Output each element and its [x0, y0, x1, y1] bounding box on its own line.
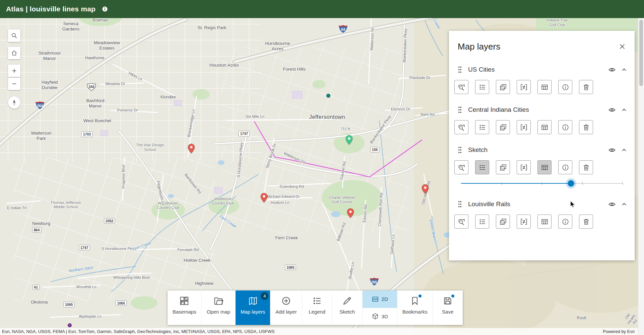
search-button[interactable]	[8, 29, 20, 42]
toolbar-item-legend[interactable]: Legend	[302, 290, 332, 325]
swap-button[interactable]	[517, 120, 531, 134]
blend-button[interactable]	[496, 215, 510, 229]
toolbar-item-label: Bookmarks	[402, 309, 428, 315]
layer-collapse-toggle[interactable]	[618, 198, 630, 210]
plus-icon	[11, 68, 17, 74]
toolbar-item-label: Legend	[309, 309, 325, 315]
layer-header: Sketch	[449, 141, 635, 159]
delete-button[interactable]	[579, 80, 593, 94]
toolbar-icon-wrap	[443, 296, 453, 306]
map-point-teal[interactable]	[326, 94, 330, 98]
properties-button[interactable]	[475, 120, 489, 134]
properties-button[interactable]	[475, 160, 489, 174]
info-button[interactable]	[558, 120, 572, 134]
toolbar-item-sketch[interactable]: Sketch	[332, 290, 362, 325]
zoom-to-button[interactable]	[454, 120, 468, 134]
page-scrollbar[interactable]	[638, 18, 644, 335]
toolbar-icon-wrap	[342, 296, 352, 306]
bottom-toolbar: BasemapsOpen mapMap layers4Add layerLege…	[168, 290, 463, 325]
info-button[interactable]	[558, 160, 572, 174]
blend-button[interactable]	[496, 80, 510, 94]
properties-icon	[478, 123, 486, 131]
opacity-slider[interactable]	[461, 177, 623, 190]
toolbar-item-map-layers[interactable]: Map layers4	[235, 290, 270, 325]
zoom-to-button[interactable]	[454, 215, 468, 229]
properties-button[interactable]	[475, 215, 489, 229]
layer-collapse-toggle[interactable]	[618, 64, 630, 76]
opacity-slider-handle[interactable]	[568, 180, 574, 187]
panel-header: Map layers	[449, 31, 635, 61]
layer-tools	[449, 159, 635, 176]
table-icon	[541, 164, 549, 171]
toolbar-item-label: Sketch	[339, 309, 355, 315]
swap-button[interactable]	[517, 80, 531, 94]
map-pin-red[interactable]	[422, 184, 429, 194]
blend-button[interactable]	[496, 160, 510, 174]
swap-button[interactable]	[517, 160, 531, 174]
view-mode-2d[interactable]: 2D	[363, 290, 397, 308]
table-button[interactable]	[537, 160, 552, 174]
info-button[interactable]	[558, 215, 572, 229]
toolbar-icon-wrap	[248, 296, 258, 306]
toolbar-item-bookmarks[interactable]: Bookmarks	[397, 290, 433, 325]
toolbar-item-add-layer[interactable]: Add layer	[270, 290, 302, 325]
info-icon	[562, 164, 569, 171]
table-button[interactable]	[537, 120, 552, 134]
zoom-to-button[interactable]	[454, 80, 468, 94]
info-button[interactable]	[101, 5, 109, 13]
info-icon	[562, 123, 569, 131]
map-layers-icon	[248, 296, 258, 306]
compass-icon	[11, 99, 17, 106]
app-header: Atlas | louisville lines map	[0, 0, 644, 18]
toolbar-icon-wrap	[312, 296, 322, 306]
map-point-purple[interactable]	[68, 323, 72, 327]
toolbar-item-open-map[interactable]: Open map	[201, 290, 235, 325]
delete-button[interactable]	[579, 215, 593, 229]
toolbar-item-basemaps[interactable]: Basemaps	[168, 290, 201, 325]
eye-icon	[608, 66, 616, 74]
map-pin-green[interactable]	[345, 135, 353, 145]
drag-handle[interactable]	[458, 146, 462, 154]
info-button[interactable]	[558, 80, 572, 94]
properties-button[interactable]	[475, 80, 489, 94]
delete-icon	[582, 218, 590, 226]
drag-handle[interactable]	[458, 66, 462, 73]
map-pin-red[interactable]	[260, 193, 268, 202]
toolbar-icon-wrap	[213, 296, 223, 306]
layer-visibility-toggle[interactable]	[606, 104, 618, 116]
layer-count-badge: 4	[261, 292, 268, 300]
zoom-to-button[interactable]	[454, 160, 468, 174]
layer-collapse-toggle[interactable]	[618, 144, 630, 156]
map-pin-red[interactable]	[188, 144, 195, 154]
delete-button[interactable]	[579, 120, 593, 134]
layer-collapse-toggle[interactable]	[618, 104, 630, 116]
layer-visibility-toggle[interactable]	[606, 198, 618, 210]
table-button[interactable]	[537, 215, 552, 229]
blend-button[interactable]	[496, 120, 510, 134]
zoom-out-button[interactable]	[8, 78, 20, 90]
eye-icon	[608, 146, 616, 154]
app-title: Atlas | louisville lines map	[6, 5, 95, 13]
compass-button[interactable]	[8, 96, 20, 109]
zoom-in-button[interactable]	[8, 65, 20, 77]
table-button[interactable]	[537, 80, 552, 94]
drag-handle[interactable]	[458, 106, 462, 113]
zoom-to-icon	[458, 83, 465, 91]
layers-list: US CitiesCentral Indiana CitiesSketchLou…	[449, 61, 635, 236]
swap-icon	[520, 218, 528, 226]
delete-button[interactable]	[579, 160, 593, 174]
layer-visibility-toggle[interactable]	[606, 64, 618, 76]
close-panel-button[interactable]	[616, 40, 629, 53]
view-mode-3d[interactable]: 3D	[363, 308, 397, 325]
scrollbar-thumb[interactable]	[639, 20, 643, 86]
toolbar-item-save[interactable]: Save	[433, 290, 463, 325]
drag-handle[interactable]	[458, 200, 462, 208]
chevron-up-icon	[620, 200, 628, 208]
home-extent-button[interactable]	[8, 47, 20, 59]
layer-visibility-toggle[interactable]	[606, 144, 618, 156]
minus-icon	[11, 81, 17, 87]
toolbar-item-label: Save	[442, 309, 453, 315]
chevron-up-icon	[620, 106, 628, 114]
swap-button[interactable]	[517, 215, 531, 229]
map-pin-red[interactable]	[347, 208, 354, 218]
